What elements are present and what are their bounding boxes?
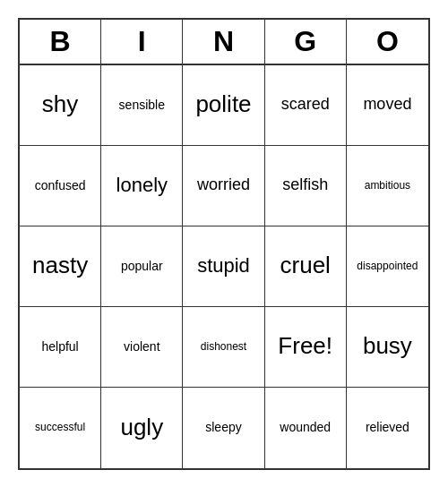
bingo-cell[interactable]: shy — [20, 65, 101, 146]
bingo-cell[interactable]: relieved — [347, 388, 428, 468]
bingo-cell[interactable]: cruel — [265, 226, 347, 307]
cell-label: disappointed — [357, 260, 418, 272]
bingo-cell[interactable]: lonely — [101, 146, 183, 226]
bingo-cell[interactable]: moved — [347, 65, 428, 146]
cell-label: lonely — [116, 174, 168, 197]
bingo-cell[interactable]: violent — [101, 307, 183, 388]
cell-label: nasty — [32, 252, 88, 279]
header-letter: I — [101, 20, 183, 64]
cell-label: moved — [363, 95, 411, 115]
bingo-cell[interactable]: nasty — [20, 226, 101, 307]
bingo-grid: shysensiblepolitescaredmovedconfusedlone… — [20, 65, 428, 468]
header-letter: B — [20, 20, 101, 64]
bingo-header: BINGO — [20, 20, 428, 65]
cell-label: ugly — [120, 414, 163, 441]
cell-label: shy — [42, 90, 78, 118]
cell-label: wounded — [280, 420, 331, 435]
header-letter: G — [265, 20, 347, 64]
bingo-cell[interactable]: sleepy — [183, 388, 264, 468]
cell-label: scared — [281, 95, 330, 115]
bingo-cell[interactable]: scared — [265, 65, 347, 146]
bingo-cell[interactable]: dishonest — [183, 307, 264, 388]
bingo-cell[interactable]: busy — [347, 307, 428, 388]
cell-label: sleepy — [205, 420, 241, 435]
bingo-cell[interactable]: stupid — [183, 226, 264, 307]
bingo-cell[interactable]: helpful — [20, 307, 101, 388]
header-letter: N — [183, 20, 264, 64]
cell-label: stupid — [197, 254, 250, 278]
bingo-cell[interactable]: popular — [101, 226, 183, 307]
cell-label: relieved — [366, 420, 409, 435]
cell-label: worried — [197, 175, 250, 195]
bingo-cell[interactable]: Free! — [265, 307, 347, 388]
bingo-cell[interactable]: ambitious — [347, 146, 428, 226]
bingo-cell[interactable]: selfish — [265, 146, 347, 226]
cell-label: dishonest — [201, 340, 246, 353]
bingo-cell[interactable]: successful — [20, 388, 101, 468]
bingo-cell[interactable]: disappointed — [347, 226, 428, 307]
cell-label: cruel — [280, 252, 331, 279]
header-letter: O — [347, 20, 428, 64]
cell-label: successful — [35, 421, 85, 433]
cell-label: violent — [124, 339, 159, 355]
cell-label: sensible — [119, 98, 165, 113]
bingo-card: BINGO shysensiblepolitescaredmovedconfus… — [18, 18, 430, 470]
bingo-cell[interactable]: wounded — [265, 388, 347, 468]
cell-label: selfish — [282, 175, 328, 195]
bingo-cell[interactable]: polite — [183, 65, 264, 146]
bingo-cell[interactable]: confused — [20, 146, 101, 226]
cell-label: Free! — [278, 332, 332, 360]
bingo-cell[interactable]: worried — [183, 146, 264, 226]
cell-label: busy — [363, 332, 412, 360]
cell-label: polite — [195, 90, 251, 118]
cell-label: helpful — [41, 339, 78, 355]
bingo-cell[interactable]: ugly — [101, 388, 183, 468]
cell-label: confused — [35, 178, 86, 193]
bingo-cell[interactable]: sensible — [101, 65, 183, 146]
cell-label: ambitious — [365, 179, 410, 192]
cell-label: popular — [121, 259, 163, 274]
